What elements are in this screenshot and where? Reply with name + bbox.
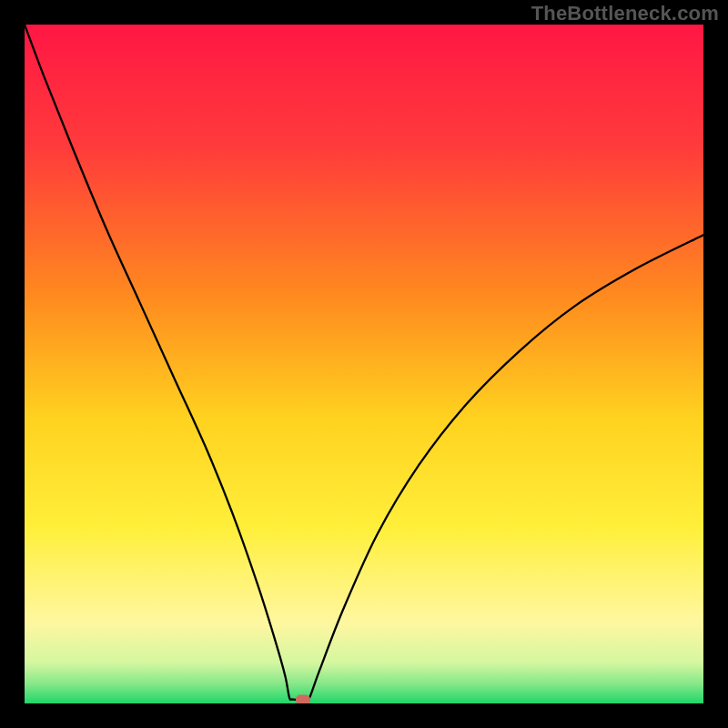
optimal-point-marker [296,694,310,703]
plot-area [25,25,703,703]
watermark-text: TheBottleneck.com [531,2,719,25]
chart-svg [25,25,703,703]
chart-frame: TheBottleneck.com [0,0,728,728]
gradient-background [25,25,703,703]
